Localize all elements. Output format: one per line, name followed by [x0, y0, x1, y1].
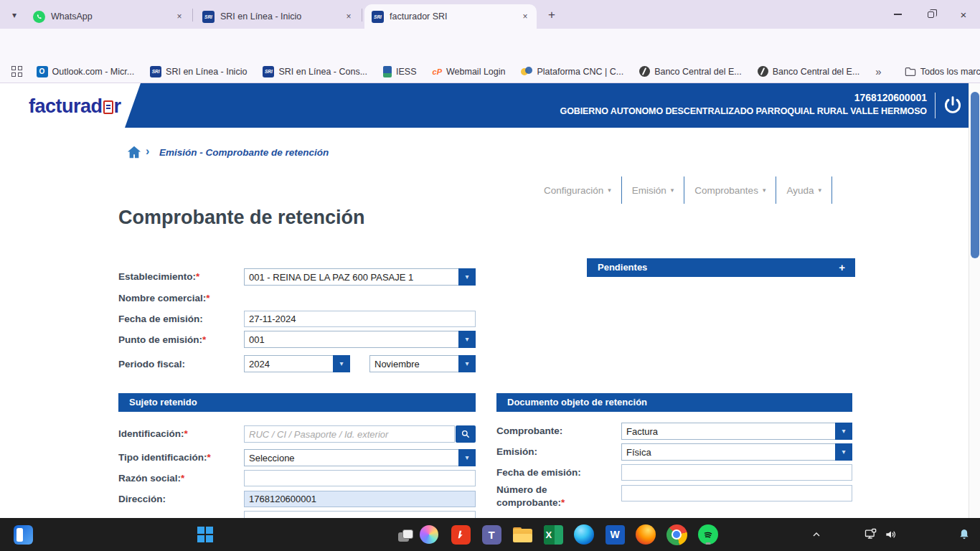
bookmark-outlook[interactable]: O Outlook.com - Micr...: [37, 66, 135, 77]
tab-whatsapp[interactable]: WhatsApp ×: [26, 4, 191, 29]
label-direccion: Dirección:: [118, 494, 166, 504]
fecha-emision-doc-input[interactable]: [621, 464, 852, 481]
header-company-name: GOBIERNO AUTONOMO DESCENTRALIZADO PARROQ…: [560, 106, 927, 116]
pendientes-panel-header[interactable]: Pendientes +: [587, 258, 855, 277]
edge-button[interactable]: [573, 523, 595, 546]
breadcrumb: Emisión - Comprobante de retención: [159, 147, 329, 158]
bell-icon: [957, 527, 971, 542]
dropdown-button[interactable]: ▾: [835, 423, 852, 440]
task-view-icon: [395, 527, 415, 542]
chrome-button[interactable]: [665, 523, 688, 546]
label-fecha-emision-doc: Fecha de emisión:: [496, 467, 581, 478]
bookmark-sri-consultas[interactable]: SRI SRI en Línea - Cons...: [263, 66, 367, 77]
tab-close-icon[interactable]: ×: [519, 11, 531, 22]
dropdown-button[interactable]: ▾: [458, 268, 476, 286]
all-bookmarks-button[interactable]: Todos los marcadores: [905, 67, 980, 77]
tray-overflow-button[interactable]: [805, 523, 828, 546]
tab-search-button[interactable]: ▾: [6, 7, 23, 23]
bookmark-banco-central-2[interactable]: Banco Central del E...: [758, 66, 860, 77]
new-tab-button[interactable]: +: [544, 8, 560, 24]
dropdown-button[interactable]: ▾: [458, 331, 476, 348]
page-scrollbar[interactable]: [969, 83, 980, 518]
network-icon: [864, 527, 878, 542]
numero-comprobante-input[interactable]: [621, 485, 852, 501]
bookmarks-overflow-icon[interactable]: »: [875, 65, 881, 77]
widgets-button[interactable]: [11, 523, 34, 546]
tab-sri-inicio[interactable]: SRI SRI en Línea - Inicio ×: [195, 4, 360, 29]
taskbar: Buscar T X W: [0, 518, 980, 551]
periodo-fiscal-month-select[interactable]: Noviembre ▾: [369, 355, 476, 372]
punto-emision-select[interactable]: 001 ▾: [244, 331, 476, 348]
tab-close-icon[interactable]: ×: [174, 11, 185, 22]
window-close-button[interactable]: ×: [947, 0, 980, 29]
pdf-app-icon: [451, 525, 471, 545]
bookmark-cnc[interactable]: Plataforma CNC | C...: [521, 66, 623, 77]
fecha-emision-input[interactable]: [244, 311, 476, 327]
window-minimize-button[interactable]: [881, 0, 914, 29]
tab-title: facturador SRI: [390, 11, 514, 22]
chevron-down-icon: ▾: [818, 187, 821, 194]
tipo-identificacion-select[interactable]: Seleccione ▾: [244, 449, 476, 466]
sri-favicon: SRI: [150, 66, 161, 77]
label-identificacion: Identificación:*: [118, 428, 188, 439]
bookmark-sri-inicio[interactable]: SRI SRI en Línea - Inicio: [150, 66, 247, 77]
razon-social-input[interactable]: [244, 470, 476, 486]
periodo-fiscal-year-select[interactable]: 2024 ▾: [244, 355, 350, 372]
identificacion-input[interactable]: [244, 425, 455, 443]
notifications-button[interactable]: [953, 523, 976, 546]
chrome-icon: [666, 524, 687, 545]
dropdown-button[interactable]: ▾: [458, 449, 476, 466]
firefox-icon: [636, 524, 656, 545]
copilot-button[interactable]: [418, 523, 440, 546]
tab-close-icon[interactable]: ×: [343, 11, 354, 22]
firefox-button[interactable]: [634, 523, 657, 546]
menu-configuracion[interactable]: Configuración▾: [534, 176, 621, 204]
menu-ayuda[interactable]: Ayuda▾: [776, 176, 831, 204]
scrollbar-thumb[interactable]: [971, 92, 979, 258]
start-button[interactable]: [194, 523, 217, 546]
logout-power-button[interactable]: [941, 94, 964, 117]
pdf-app-button[interactable]: [449, 523, 472, 546]
dropdown-button[interactable]: ▾: [835, 443, 852, 461]
label-periodo-fiscal: Periodo fiscal:: [118, 359, 185, 369]
establecimiento-select[interactable]: 001 - REINA DE LA PAZ 600 PASAJE 1 ▾: [244, 268, 476, 286]
dropdown-button[interactable]: ▾: [333, 355, 350, 372]
bookmark-iess[interactable]: IESS: [383, 66, 417, 77]
teams-button[interactable]: T: [480, 523, 503, 546]
banco-favicon: [758, 66, 768, 77]
label-numero-comprobante-2: comprobante:*: [496, 497, 565, 508]
dropdown-button[interactable]: ▾: [458, 355, 476, 372]
comprobante-select[interactable]: Factura ▾: [621, 423, 852, 440]
bookmark-webmail[interactable]: cP Webmail Login: [433, 67, 506, 77]
chevron-down-icon: ▾: [465, 359, 468, 367]
breadcrumb-home-icon[interactable]: [126, 145, 142, 159]
direccion-input[interactable]: [244, 491, 476, 507]
chevron-down-icon: ▾: [842, 427, 845, 435]
chevron-down-icon: ▾: [465, 273, 468, 281]
menu-comprobantes[interactable]: Comprobantes▾: [684, 176, 776, 204]
expand-plus-icon[interactable]: +: [839, 258, 845, 277]
file-explorer-button[interactable]: [511, 523, 534, 546]
emision-select[interactable]: Física ▾: [621, 443, 852, 461]
facturador-logo[interactable]: facturadr: [29, 95, 121, 118]
label-punto-emision: Punto de emisión:*: [118, 334, 206, 345]
label-fecha-emision: Fecha de emisión:: [118, 314, 203, 324]
excel-button[interactable]: X: [542, 523, 565, 546]
menu-emision[interactable]: Emisión▾: [622, 176, 684, 204]
spotify-button[interactable]: [697, 523, 720, 546]
identificacion-search-button[interactable]: [456, 425, 476, 443]
tab-separator: [362, 9, 362, 22]
cpanel-favicon: cP: [433, 67, 442, 76]
apps-grid-icon[interactable]: [11, 66, 22, 77]
clipped-bottom-input[interactable]: [244, 511, 476, 518]
task-view-button[interactable]: [394, 523, 417, 546]
window-restore-button[interactable]: [914, 0, 947, 29]
word-button[interactable]: W: [603, 523, 626, 546]
bookmark-banco-central-1[interactable]: Banco Central del E...: [639, 66, 742, 77]
page-content: › Emisión - Comprobante de retención Con…: [0, 128, 980, 518]
volume-button[interactable]: [880, 523, 903, 546]
header-ruc: 1768120600001: [854, 92, 927, 103]
tab-facturador-sri-active[interactable]: SRI facturador SRI ×: [364, 4, 537, 29]
teams-icon: T: [482, 525, 501, 545]
breadcrumb-chevron: ›: [146, 145, 149, 158]
